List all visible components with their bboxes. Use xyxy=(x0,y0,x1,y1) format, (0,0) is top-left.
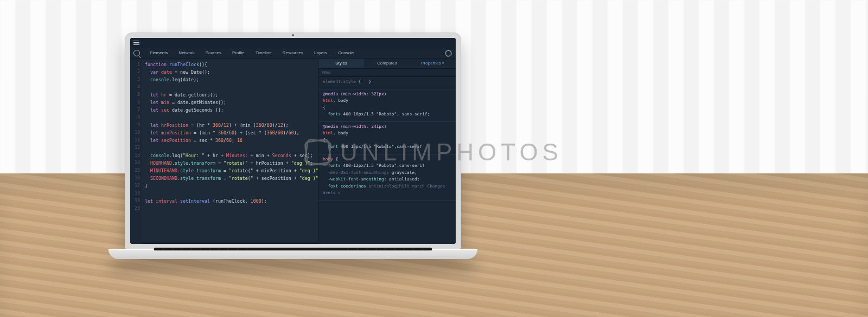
stock-photo-scene: Elements Network Sources Profile Timelin… xyxy=(0,0,868,317)
devtools-screen: Elements Network Sources Profile Timelin… xyxy=(130,38,456,244)
inspector-tab-computed[interactable]: Computed xyxy=(364,59,410,68)
styles-inspector: Styles Computed Properties » Filter elem… xyxy=(318,59,456,244)
element-style-rule[interactable]: element.style { } xyxy=(318,77,456,89)
window-topbar xyxy=(130,38,456,48)
code-editor[interactable]: 1234567891011121314151617181920 function… xyxy=(130,59,318,244)
line-number-gutter: 1234567891011121314151617181920 xyxy=(130,59,142,244)
laptop-base xyxy=(108,249,477,259)
tab-network[interactable]: Network xyxy=(173,50,200,56)
css-rule[interactable]: body { fonts 400-12px/1.5 "Roboto",cans-… xyxy=(318,154,456,200)
hamburger-icon[interactable] xyxy=(133,41,139,45)
tab-sources[interactable]: Sources xyxy=(200,50,227,56)
laptop-lid: Elements Network Sources Profile Timelin… xyxy=(125,33,461,249)
webcam-dot xyxy=(292,34,294,36)
laptop: Elements Network Sources Profile Timelin… xyxy=(125,33,461,259)
code-content[interactable]: function runTheClock(){ var date = new D… xyxy=(142,59,318,244)
tab-elements[interactable]: Elements xyxy=(144,50,173,56)
tab-timeline[interactable]: Timeline xyxy=(250,50,277,56)
css-rule[interactable]: @media (min-width: 321px) html, body { f… xyxy=(318,89,456,122)
styles-filter-input[interactable]: Filter xyxy=(318,69,456,77)
inspector-tabs: Styles Computed Properties » xyxy=(318,59,456,69)
tab-console[interactable]: Console xyxy=(333,50,359,56)
devtools-tab-bar: Elements Network Sources Profile Timelin… xyxy=(130,48,456,59)
tab-resources[interactable]: Resources xyxy=(277,50,309,56)
css-rule[interactable]: @media (min-width: 241px) html, body { f… xyxy=(318,122,456,154)
inspector-tab-styles[interactable]: Styles xyxy=(318,59,364,68)
workspace: 1234567891011121314151617181920 function… xyxy=(130,59,456,244)
tab-profile[interactable]: Profile xyxy=(227,50,250,56)
inspector-tab-properties[interactable]: Properties » xyxy=(410,59,456,68)
keyboard xyxy=(153,248,433,250)
gear-icon[interactable] xyxy=(445,50,451,56)
tab-layers[interactable]: Layers xyxy=(309,50,333,56)
search-icon[interactable] xyxy=(133,50,140,56)
